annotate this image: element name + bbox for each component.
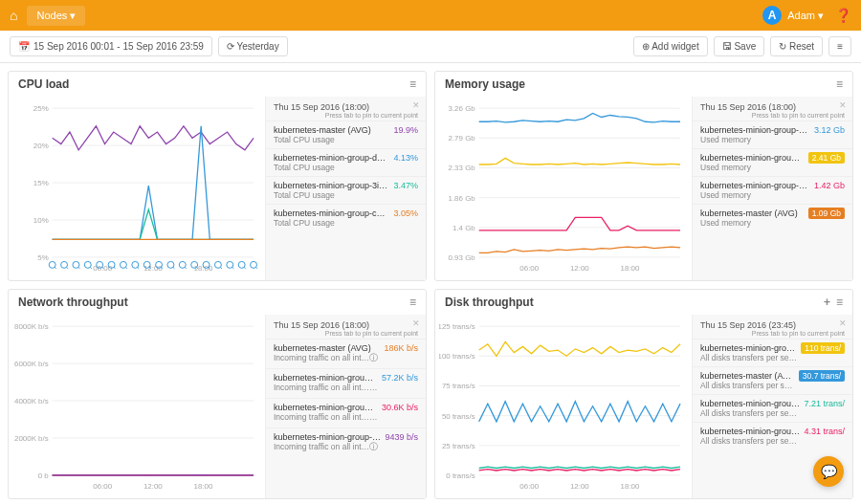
svg-line-34 [173, 267, 174, 268]
svg-line-42 [220, 267, 221, 268]
chart-disk[interactable]: 0 trans/s25 trans/s50 trans/s75 trans/s1… [435, 315, 692, 498]
panel-cpu-load: CPU load ≡ 5%10%15%20%25%06:0012:0018:00… [8, 71, 427, 281]
panel-menu-icon[interactable]: ≡ [836, 77, 843, 91]
date-range-picker[interactable]: 📅 15 Sep 2016 00:01 - 15 Sep 2016 23:59 [10, 36, 212, 56]
legend-network: Thu 15 Sep 2016 (18:00)✕Press tab to pin… [265, 315, 426, 498]
svg-line-28 [138, 267, 139, 268]
topbar: ⌂ Nodes ▾ A Adam ▾ ❓ [0, 0, 861, 31]
legend-item[interactable]: kubernetes-minion-group-cdrp (ATotal CPU… [266, 204, 426, 231]
svg-text:12:00: 12:00 [570, 264, 589, 273]
chart-network[interactable]: 0 b2000K b/s4000K b/s6000K b/s8000K b/s0… [9, 315, 265, 498]
legend-item[interactable]: kubernetes-minion-group-cdrp (AAll disks… [693, 422, 852, 449]
legend-item[interactable]: kubernetes-minion-group-3imc (AIncoming … [266, 368, 426, 398]
date-range-text: 15 Sep 2016 00:01 - 15 Sep 2016 23:59 [33, 41, 204, 52]
legend-item[interactable]: kubernetes-master (AVG)Incoming traffic … [266, 339, 426, 368]
chart-memory[interactable]: 0.93 Gb1.4 Gb1.86 Gb2.33 Gb2.79 Gb3.26 G… [435, 97, 692, 280]
svg-text:2000K b/s: 2000K b/s [14, 434, 49, 443]
svg-point-17 [73, 261, 79, 268]
svg-text:18:00: 18:00 [194, 482, 213, 491]
svg-line-14 [55, 267, 55, 268]
svg-point-15 [61, 261, 68, 268]
svg-text:3.26 Gb: 3.26 Gb [449, 104, 476, 113]
legend-item[interactable]: kubernetes-master (AVG)Used memory1.09 G… [693, 204, 852, 231]
panel-add-icon[interactable]: + [824, 296, 830, 309]
svg-text:100 trans/s: 100 trans/s [439, 352, 475, 361]
svg-text:6000K b/s: 6000K b/s [14, 360, 49, 368]
panel-menu-icon[interactable]: ≡ [836, 296, 843, 309]
legend-item[interactable]: kubernetes-minion-group-cdrp (AUsed memo… [693, 176, 852, 204]
panel-title: Disk throughput [445, 296, 534, 309]
help-icon[interactable]: ❓ [835, 8, 851, 23]
svg-line-48 [256, 267, 257, 268]
svg-text:15%: 15% [33, 179, 49, 187]
svg-text:8000K b/s: 8000K b/s [14, 322, 49, 331]
svg-point-43 [227, 261, 233, 268]
svg-point-13 [49, 261, 55, 268]
save-button[interactable]: 🖫 Save [714, 36, 765, 56]
svg-text:4000K b/s: 4000K b/s [14, 397, 49, 405]
svg-text:125 trans/s: 125 trans/s [439, 322, 475, 331]
chat-fab[interactable]: 💬 [813, 456, 844, 487]
svg-text:0 trans/s: 0 trans/s [446, 471, 475, 480]
svg-text:0.93 Gb: 0.93 Gb [449, 253, 476, 262]
svg-point-41 [214, 261, 221, 268]
svg-text:10%: 10% [33, 216, 49, 225]
svg-point-45 [238, 261, 245, 268]
dashboard-grid: CPU load ≡ 5%10%15%20%25%06:0012:0018:00… [0, 63, 861, 504]
svg-point-47 [251, 261, 257, 268]
reset-button[interactable]: ↻ Reset [770, 36, 823, 56]
user-menu[interactable]: Adam ▾ [787, 10, 824, 22]
panel-title: Network throughput [18, 296, 128, 309]
svg-text:18:00: 18:00 [194, 264, 213, 273]
legend-time: Thu 15 Sep 2016 (23:45) [700, 320, 796, 330]
svg-text:06:00: 06:00 [93, 482, 112, 491]
svg-line-26 [125, 267, 126, 268]
svg-text:18:00: 18:00 [621, 482, 640, 491]
panel-menu-icon[interactable]: ≡ [409, 77, 416, 91]
close-icon[interactable]: ✕ [839, 100, 847, 110]
legend-cpu: Thu 15 Sep 2016 (18:00)✕Press tab to pin… [265, 97, 426, 280]
legend-item[interactable]: kubernetes-minion-group-d991 (AIncoming … [266, 398, 426, 427]
avatar[interactable]: A [762, 6, 782, 25]
svg-line-24 [114, 267, 115, 268]
add-widget-button[interactable]: ⊕ Add widget [633, 36, 708, 56]
svg-point-33 [167, 261, 174, 268]
svg-text:25%: 25% [33, 104, 49, 113]
legend-item[interactable]: kubernetes-minion-group-d991 (AAll disks… [693, 339, 852, 366]
legend-item[interactable]: kubernetes-minion-group-3imc (AUsed memo… [693, 148, 852, 176]
close-icon[interactable]: ✕ [412, 318, 420, 328]
legend-item[interactable]: kubernetes-minion-group-3imc (ATotal CPU… [266, 176, 426, 204]
legend-time: Thu 15 Sep 2016 (18:00) [274, 102, 369, 112]
legend-item[interactable]: kubernetes-minion-group-cdrp (AIncoming … [266, 427, 426, 457]
svg-point-27 [132, 261, 139, 268]
svg-text:1.86 Gb: 1.86 Gb [449, 194, 476, 203]
chart-cpu[interactable]: 5%10%15%20%25%06:0012:0018:00 [9, 97, 265, 280]
panel-disk-throughput: Disk throughput + ≡ 0 trans/s25 trans/s5… [434, 289, 853, 499]
close-icon[interactable]: ✕ [839, 318, 847, 328]
svg-line-16 [67, 267, 68, 268]
yesterday-button[interactable]: ⟳ Yesterday [218, 36, 288, 56]
menu-icon[interactable]: ≡ [828, 36, 851, 56]
svg-line-20 [90, 267, 91, 268]
svg-point-19 [84, 261, 91, 268]
svg-text:50 trans/s: 50 trans/s [442, 412, 475, 421]
close-icon[interactable]: ✕ [412, 100, 420, 110]
legend-item[interactable]: kubernetes-minion-group-d991 (ATotal CPU… [266, 148, 426, 176]
svg-text:20%: 20% [33, 142, 49, 150]
svg-text:75 trans/s: 75 trans/s [442, 382, 475, 390]
nodes-dropdown[interactable]: Nodes ▾ [27, 6, 85, 26]
home-icon[interactable]: ⌂ [10, 8, 17, 23]
legend-time: Thu 15 Sep 2016 (18:00) [700, 102, 796, 112]
legend-memory: Thu 15 Sep 2016 (18:00)✕Press tab to pin… [692, 97, 852, 280]
legend-item[interactable]: kubernetes-minion-group-d991 (AUsed memo… [693, 121, 852, 148]
svg-text:2.79 Gb: 2.79 Gb [449, 134, 476, 142]
legend-item[interactable]: kubernetes-master (AVG)All disks transfe… [693, 366, 852, 394]
panel-menu-icon[interactable]: ≡ [409, 296, 416, 309]
legend-item[interactable]: kubernetes-minion-group-3imc (AAll disks… [693, 394, 852, 422]
legend-item[interactable]: kubernetes-master (AVG)Total CPU usage19… [266, 121, 426, 148]
svg-text:25 trans/s: 25 trans/s [442, 442, 475, 450]
panel-memory-usage: Memory usage ≡ 0.93 Gb1.4 Gb1.86 Gb2.33 … [434, 71, 853, 281]
svg-point-35 [179, 261, 186, 268]
svg-text:06:00: 06:00 [519, 264, 539, 273]
svg-line-46 [244, 267, 245, 268]
